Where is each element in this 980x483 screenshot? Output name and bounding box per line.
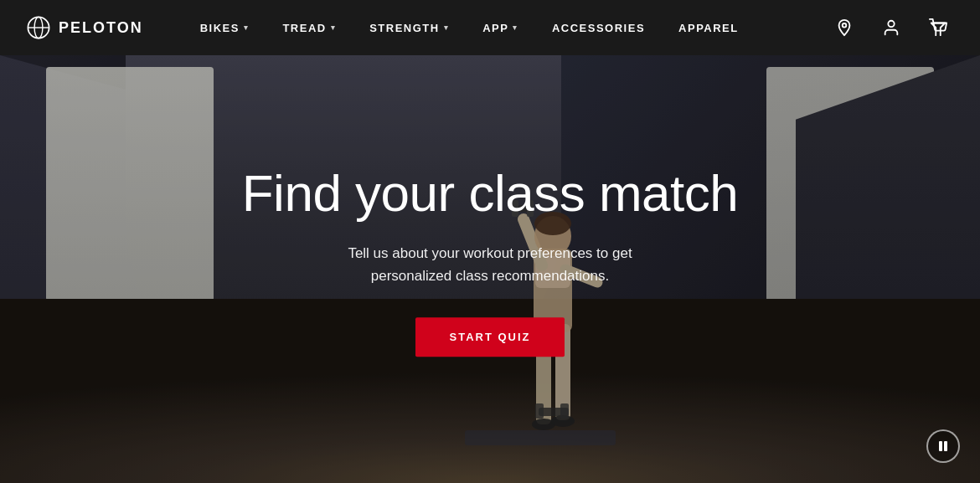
hero-content: Find your class match Tell us about your… [197,165,783,357]
nav-item-apparel[interactable]: APPAREL [662,0,756,55]
svg-rect-21 [939,441,942,451]
pause-video-button[interactable] [926,429,960,463]
cart-icon [929,18,947,37]
nav-item-accessories[interactable]: ACCESSORIES [535,0,662,55]
pause-icon [937,440,949,452]
bikes-chevron-icon: ▾ [244,23,250,32]
nav-icons [829,13,953,43]
nav-links: BIKES ▾ TREAD ▾ STRENGTH ▾ APP ▾ ACCESSO… [183,0,829,55]
app-chevron-icon: ▾ [513,23,518,32]
svg-point-19 [843,23,847,28]
hero-subtitle: Tell us about your workout preferences t… [314,242,666,287]
hero-title: Find your class match [197,165,783,222]
peloton-logo-icon [27,16,50,39]
svg-rect-22 [944,441,947,451]
nav-item-tread[interactable]: TREAD ▾ [266,0,353,55]
nav-item-app[interactable]: APP ▾ [466,0,535,55]
location-icon [835,18,854,37]
logo-link[interactable]: PELOTON [27,16,143,39]
location-button[interactable] [829,13,859,43]
start-quiz-button[interactable]: START QUIZ [415,317,564,357]
svg-point-20 [888,21,894,27]
cart-button[interactable] [923,13,953,43]
brand-name: PELOTON [59,19,143,37]
nav-item-strength[interactable]: STRENGTH ▾ [353,0,466,55]
tread-chevron-icon: ▾ [331,23,337,32]
main-nav: PELOTON BIKES ▾ TREAD ▾ STRENGTH ▾ APP ▾… [0,0,980,55]
nav-item-bikes[interactable]: BIKES ▾ [183,0,266,55]
hero-section: PELOTON BIKES ▾ TREAD ▾ STRENGTH ▾ APP ▾… [0,0,980,483]
account-button[interactable] [876,13,906,43]
strength-chevron-icon: ▾ [444,23,450,32]
user-icon [882,18,900,37]
